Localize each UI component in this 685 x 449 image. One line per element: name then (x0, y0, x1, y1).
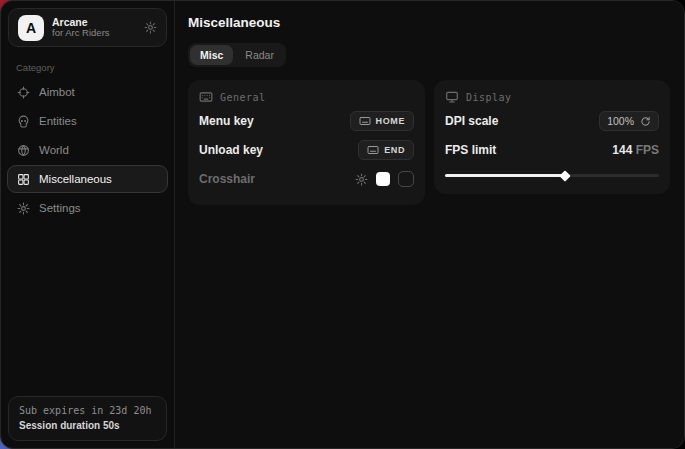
menu-key-value: HOME (376, 116, 405, 126)
unload-key-row: Unload key END (199, 138, 414, 162)
tab-bar: Misc Radar (188, 43, 286, 67)
crosshair-icon (17, 86, 30, 99)
fps-limit-label: FPS limit (445, 143, 496, 157)
unload-key-label: Unload key (199, 143, 263, 157)
sidebar: A Arcane for Arc Riders Category (1, 1, 175, 448)
menu-key-row: Menu key HOME (199, 109, 414, 133)
crosshair-label: Crosshair (199, 172, 255, 186)
display-panel-title: Display (466, 92, 512, 103)
monitor-icon (445, 90, 459, 104)
general-panel-title: General (220, 92, 266, 103)
menu-key-button[interactable]: HOME (350, 111, 414, 131)
screen: A Arcane for Arc Riders Category (0, 0, 685, 449)
dpi-scale-select[interactable]: 100% (599, 111, 659, 131)
fps-limit-value: 144 FPS (612, 143, 659, 157)
display-panel: Display DPI scale 100% (434, 80, 670, 194)
tab-radar[interactable]: Radar (235, 45, 284, 65)
sidebar-item-label: World (39, 144, 69, 156)
main-content: Miscellaneous Misc Radar General (175, 1, 684, 448)
app-subtitle: for Arc Riders (52, 28, 110, 39)
sidebar-item-entities[interactable]: Entities (7, 107, 168, 135)
page-title: Miscellaneous (188, 15, 670, 30)
crosshair-checkbox[interactable] (398, 171, 414, 187)
crosshair-color-swatch[interactable] (376, 172, 390, 186)
fps-limit-row: FPS limit 144 FPS (445, 138, 659, 162)
crosshair-gear-icon[interactable] (355, 173, 368, 186)
sub-expiry-text: Sub expires in 23d 20h (19, 405, 156, 416)
app-window: A Arcane for Arc Riders Category (0, 0, 685, 449)
panels-row: General Menu key HOME (188, 80, 670, 205)
app-logo: A (18, 15, 44, 41)
fps-unit: FPS (636, 143, 659, 157)
sidebar-item-label: Entities (39, 115, 77, 127)
brand-text: Arcane for Arc Riders (52, 16, 110, 39)
menu-key-label: Menu key (199, 114, 254, 128)
skull-icon (17, 115, 30, 128)
gear-icon[interactable] (144, 21, 157, 34)
gear-icon (17, 202, 30, 215)
dpi-scale-label: DPI scale (445, 114, 498, 128)
sidebar-item-label: Miscellaneous (39, 173, 112, 185)
sidebar-item-aimbot[interactable]: Aimbot (7, 78, 168, 106)
slider-fill (445, 174, 565, 177)
tab-misc[interactable]: Misc (190, 45, 233, 65)
unload-key-value: END (384, 145, 405, 155)
general-panel-header: General (199, 90, 414, 104)
display-panel-header: Display (445, 90, 659, 104)
crosshair-row: Crosshair (199, 167, 414, 191)
cycle-icon (640, 116, 651, 127)
brand-card: A Arcane for Arc Riders (8, 8, 167, 47)
sidebar-item-label: Aimbot (39, 86, 75, 98)
dpi-scale-value: 100% (607, 115, 634, 127)
keyboard-icon (359, 115, 371, 127)
globe-icon (17, 144, 30, 157)
general-panel: General Menu key HOME (188, 80, 425, 205)
fps-limit-slider[interactable] (445, 171, 659, 180)
session-duration-text: Session duration 50s (19, 420, 156, 431)
crosshair-controls (355, 171, 414, 187)
grid-icon (17, 173, 30, 186)
category-label: Category (16, 62, 174, 73)
sidebar-nav: Aimbot Entities (1, 78, 174, 223)
dpi-scale-row: DPI scale 100% (445, 109, 659, 133)
sidebar-item-miscellaneous[interactable]: Miscellaneous (7, 165, 168, 193)
subscription-card: Sub expires in 23d 20h Session duration … (8, 396, 167, 441)
slider-thumb[interactable] (559, 170, 570, 181)
fps-number: 144 (612, 143, 632, 157)
sidebar-item-world[interactable]: World (7, 136, 168, 164)
unload-key-button[interactable]: END (358, 140, 414, 160)
sidebar-item-label: Settings (39, 202, 81, 214)
keyboard-icon (367, 144, 379, 156)
keyboard-icon (199, 90, 213, 104)
sidebar-item-settings[interactable]: Settings (7, 194, 168, 222)
